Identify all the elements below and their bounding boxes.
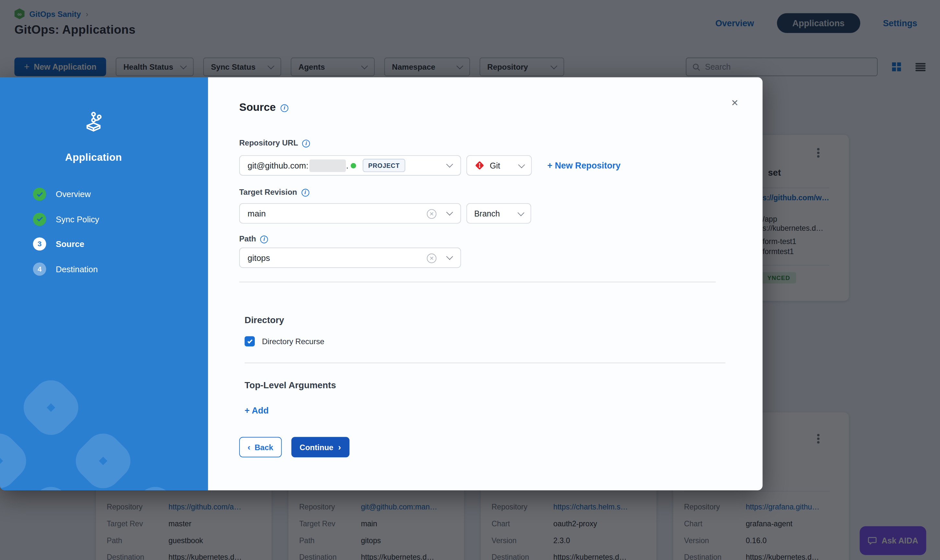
wizard-steps: Overview Sync Policy 3 Source 4 Destinat… — [33, 188, 99, 287]
step-sync-policy[interactable]: Sync Policy — [33, 212, 99, 226]
path-field[interactable] — [239, 248, 461, 268]
repository-url-label: Repository URL — [239, 138, 298, 148]
chevron-left-icon: ‹ — [248, 443, 251, 451]
wizard-heading: Application — [0, 152, 187, 164]
harness-watermark — [16, 480, 86, 490]
step-number-badge: 4 — [33, 262, 46, 275]
clear-icon[interactable] — [427, 209, 437, 219]
info-icon[interactable]: i — [301, 189, 309, 197]
top-level-arguments-heading: Top-Level Arguments — [245, 380, 336, 390]
wizard-sidebar: Application Overview Sync Policy 3 Sourc… — [0, 77, 208, 490]
step-source[interactable]: 3 Source — [33, 237, 99, 251]
connection-type-value: Git — [490, 161, 500, 170]
chevron-right-icon: › — [338, 443, 341, 451]
continue-button[interactable]: Continue › — [291, 437, 349, 457]
source-step-panel: Source i ✕ Repository URL i git@github.c… — [208, 77, 763, 490]
connection-type-select[interactable]: Git — [466, 155, 532, 175]
info-icon[interactable]: i — [281, 105, 288, 112]
revision-type-value: Branch — [474, 209, 500, 218]
close-icon[interactable]: ✕ — [731, 97, 738, 108]
revision-type-select[interactable]: Branch — [466, 203, 531, 224]
project-scope-badge: PROJECT — [363, 159, 405, 172]
harness-watermark — [68, 426, 138, 490]
new-application-wizard-modal: Application Overview Sync Policy 3 Sourc… — [0, 77, 763, 490]
step-done-icon — [33, 188, 46, 201]
section-divider — [245, 363, 725, 363]
repository-url-suffix: . — [346, 161, 348, 171]
step-done-icon — [33, 212, 46, 226]
add-argument-link[interactable]: + Add — [245, 406, 269, 415]
directory-recurse-label: Directory Recurse — [262, 337, 324, 346]
step-destination[interactable]: 4 Destination — [33, 262, 99, 275]
clear-icon[interactable] — [427, 254, 437, 263]
new-repository-link[interactable]: + New Repository — [548, 161, 621, 171]
application-set-icon — [82, 111, 106, 135]
back-button[interactable]: ‹ Back — [239, 437, 282, 457]
section-divider — [239, 282, 716, 282]
redacted-text — [309, 159, 346, 172]
source-step-title: Source — [239, 102, 276, 114]
target-revision-label: Target Revision — [239, 188, 297, 197]
harness-watermark — [16, 373, 86, 442]
repository-url-field[interactable]: git@github.com: . PROJECT — [239, 155, 461, 175]
chevron-down-icon — [518, 162, 525, 168]
path-label: Path — [239, 234, 256, 243]
step-overview[interactable]: Overview — [33, 188, 99, 201]
harness-watermark — [121, 480, 190, 490]
info-icon[interactable]: i — [302, 140, 310, 148]
target-revision-field[interactable] — [239, 203, 461, 224]
screen: ∞ GitOps Sanity › GitOps: Applications O… — [0, 0, 940, 560]
directory-recurse-row: Directory Recurse — [245, 336, 325, 346]
harness-watermark — [0, 426, 34, 490]
step-number-badge: 3 — [33, 237, 46, 251]
chevron-down-icon — [518, 209, 525, 216]
connected-status-dot — [351, 163, 356, 168]
info-icon[interactable]: i — [260, 235, 268, 243]
git-icon — [474, 160, 485, 171]
directory-section-heading: Directory — [245, 315, 284, 325]
directory-recurse-checkbox[interactable] — [245, 336, 255, 346]
repository-url-value: git@github.com: — [248, 161, 308, 171]
